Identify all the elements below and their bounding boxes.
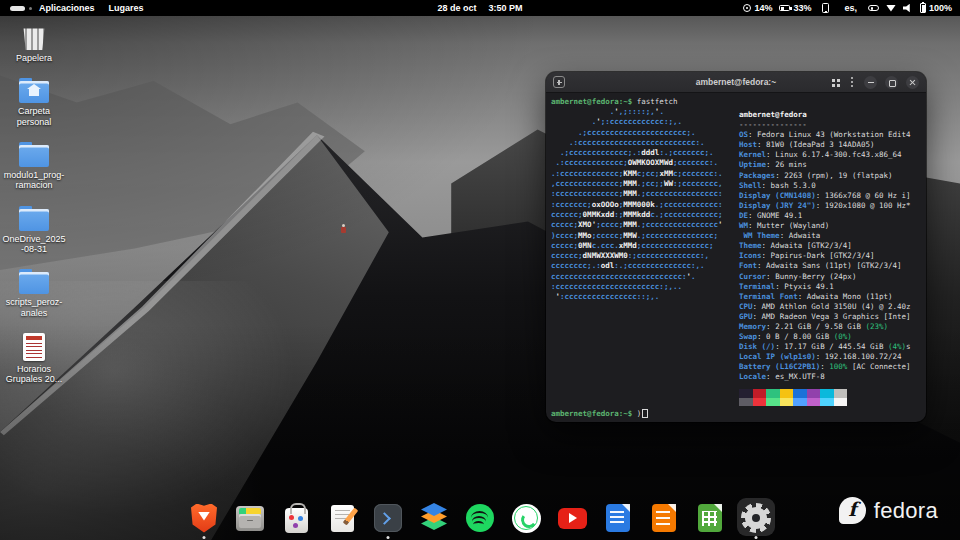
dock-item-spotify[interactable]	[461, 497, 499, 539]
dock-item-brave[interactable]	[185, 497, 223, 539]
fastfetch-info-line: Shell: bash 5.3.0	[739, 181, 911, 191]
fastfetch-info-line: Uptime: 26 mins	[739, 160, 911, 170]
workspace-indicator-icon[interactable]	[10, 6, 25, 11]
palette-swatch	[793, 389, 807, 398]
peripheral-battery-indicator[interactable]: 14%	[743, 3, 772, 13]
trash-icon	[21, 25, 47, 50]
fastfetch-info-line: Terminal: Ptyxis 49.1	[739, 282, 911, 292]
palette-swatch	[780, 389, 794, 398]
dock-item-lowriter[interactable]	[599, 497, 637, 539]
menu-kebab-icon[interactable]	[851, 81, 854, 84]
desktop-icon-label: scripts_peroz-anales	[2, 297, 66, 318]
dock-item-loimpress[interactable]	[645, 497, 683, 539]
new-tab-button[interactable]	[553, 76, 565, 88]
device-battery-percent: 33%	[793, 3, 811, 13]
fastfetch-info-line: Display (JRY 24"): 1920x1080 @ 100 Hz*	[739, 201, 911, 211]
fastfetch-info-line: Local IP (wlp1s0): 192.168.100.72/24	[739, 352, 911, 362]
desktop-icon-label: Papelera	[16, 53, 52, 63]
system-status-area[interactable]: 100%	[868, 3, 952, 13]
menu-aplicaciones[interactable]: Aplicaciones	[39, 3, 95, 13]
dock-item-editor[interactable]	[323, 497, 361, 539]
terminal-command: fastfetch	[637, 97, 678, 106]
desktop-icon-trash[interactable]: Papelera	[2, 25, 66, 63]
top-bar: Aplicaciones Lugares 28 de oct 3:50 PM 1…	[0, 0, 960, 16]
desktop-icon-label: modulo1_prog-ramacion	[2, 170, 66, 191]
fastfetch-info-line: WM Theme: Adwaita	[739, 231, 911, 241]
youtube-icon	[558, 508, 587, 529]
fastfetch-info-line: Swap: 0 B / 8.00 GiB (0%)	[739, 332, 911, 342]
wifi-icon	[886, 5, 896, 12]
desktop-icon-folder-onedrive[interactable]: OneDrive_2025-08-31	[2, 206, 66, 255]
palette-swatch	[820, 389, 834, 398]
software-store-icon	[285, 508, 308, 533]
spotify-icon	[466, 504, 494, 532]
privacy-indicator-icon	[868, 5, 879, 11]
hiker-figure	[341, 224, 346, 233]
maximize-button[interactable]	[885, 76, 898, 89]
dock-item-whatsapp[interactable]	[507, 497, 545, 539]
palette-swatch	[766, 398, 780, 407]
palette-swatch	[807, 389, 821, 398]
tab-overview-icon[interactable]	[832, 79, 835, 82]
fastfetch-info-line: Disk (/): 17.17 GiB / 445.54 GiB (4%)s	[739, 342, 911, 352]
volume-icon	[903, 4, 913, 13]
device-battery-indicator[interactable]: 33%	[779, 3, 811, 13]
terminal-content[interactable]: ambernet@fedora:~$ fastfetch .',;::::;,'…	[546, 93, 926, 422]
terminal-window: ambernet@fedora:~ ambernet@fedora:~$ fas…	[546, 72, 926, 422]
layers-app-icon	[420, 503, 448, 533]
fedora-watermark: f fedora	[839, 497, 938, 524]
desktop-icon-doc-horarios[interactable]: Horarios Grupales 20...	[2, 333, 66, 385]
desktop-icon-folder-modulo1[interactable]: modulo1_prog-ramacion	[2, 142, 66, 191]
running-indicator-dot	[203, 536, 206, 539]
dock-item-files[interactable]	[231, 497, 269, 539]
fastfetch-info-line: Theme: Adwaita [GTK2/3/4]	[739, 241, 911, 251]
dock-item-layers[interactable]	[415, 497, 453, 539]
home-folder-icon	[19, 78, 49, 103]
folder-icon	[19, 206, 49, 231]
fedora-wordmark: fedora	[874, 498, 938, 524]
palette-swatch	[793, 398, 807, 407]
palette-swatch	[753, 389, 767, 398]
terminal-title: ambernet@fedora:~	[696, 77, 776, 87]
typed-text: )	[637, 409, 642, 418]
terminal-input-line[interactable]: ambernet@fedora:~$ )	[551, 409, 648, 418]
terminal-app-icon	[374, 504, 402, 532]
phone-icon[interactable]	[822, 3, 829, 13]
palette-swatch	[834, 398, 848, 407]
minimize-button[interactable]	[864, 76, 877, 89]
fastfetch-info-line: Packages: 2263 (rpm), 19 (flatpak)	[739, 171, 911, 181]
desktop-icon-home-folder[interactable]: Carpeta personal	[2, 78, 66, 127]
dock-item-terminal[interactable]	[369, 497, 407, 539]
fastfetch-info-line: Memory: 2.21 GiB / 9.58 GiB (23%)	[739, 322, 911, 332]
close-button[interactable]	[906, 76, 919, 89]
palette-swatch	[739, 389, 753, 398]
terminal-titlebar[interactable]: ambernet@fedora:~	[546, 72, 926, 93]
desktop-icon-list: PapeleraCarpeta personalmodulo1_prog-ram…	[2, 25, 66, 385]
peripheral-battery-icon	[743, 4, 751, 12]
fastfetch-info-line: Font: Adwaita Sans (11pt) [GTK2/3/4]	[739, 261, 911, 271]
fastfetch-info-line: Terminal Font: Adwaita Mono (11pt)	[739, 292, 911, 302]
dock-item-settings[interactable]	[737, 497, 775, 539]
dock-item-youtube[interactable]	[553, 497, 591, 539]
menu-lugares[interactable]: Lugares	[109, 3, 144, 13]
dock	[185, 497, 775, 539]
clock[interactable]: 28 de oct 3:50 PM	[437, 3, 522, 13]
desktop-icon-label: Horarios Grupales 20...	[2, 364, 66, 385]
fastfetch-info-line: Cursor: Bunny-Berry (24px)	[739, 272, 911, 282]
keyboard-layout-indicator[interactable]: es,	[844, 3, 857, 13]
dock-item-localc[interactable]	[691, 497, 729, 539]
dock-item-software[interactable]	[277, 497, 315, 539]
desktop-icon-label: Carpeta personal	[2, 106, 66, 127]
palette-swatch	[766, 389, 780, 398]
libreoffice-calc-icon	[698, 504, 722, 532]
files-app-icon	[236, 506, 264, 531]
desktop-icon-folder-scripts[interactable]: scripts_peroz-anales	[2, 269, 66, 318]
running-indicator-dot	[387, 536, 390, 539]
desktop-icon-label: OneDrive_2025-08-31	[2, 234, 66, 255]
text-editor-icon	[331, 505, 354, 532]
fastfetch-info-line: Battery (L16C2PB1): 100% [AC Connecte]	[739, 362, 911, 372]
fastfetch-info-line: Host: 81W0 (IdeaPad 3 14ADA05)	[739, 140, 911, 150]
fastfetch-info-line: Display (CMN1408): 1366x768 @ 60 Hz i]	[739, 191, 911, 201]
battery-percent: 100%	[929, 3, 952, 13]
whatsapp-icon	[512, 504, 541, 533]
